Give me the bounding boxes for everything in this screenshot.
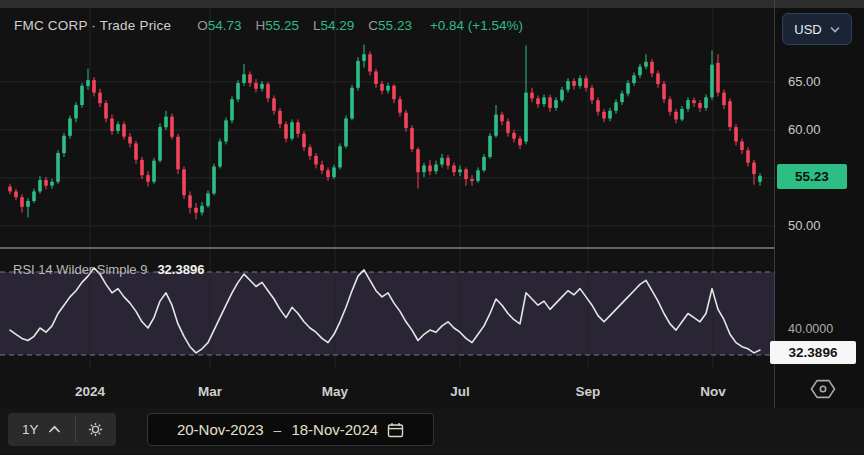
currency-value: USD: [794, 22, 821, 37]
time-tick-label: May: [322, 384, 349, 399]
start-date: 20-Nov-2023: [177, 421, 264, 438]
currency-dropdown[interactable]: USD: [782, 13, 852, 45]
rsi-label: RSI 14 Wilder Simple 9 32.3896: [13, 262, 204, 277]
time-tick-label: Mar: [198, 384, 223, 399]
time-range-button[interactable]: 1Y: [8, 413, 75, 446]
time-tick-label: Sep: [576, 384, 601, 399]
chart-settings-button[interactable]: [76, 413, 116, 446]
last-price-badge: 55.23: [777, 164, 847, 189]
bottom-toolbar: 1Y 20-Nov-2023 – 18-Nov-2024: [0, 408, 864, 455]
price-tick-50: 50.00: [788, 218, 821, 233]
time-tick-label: 2024: [75, 384, 106, 399]
ohlc-close: C55.23: [368, 18, 418, 33]
rsi-tick-40: 40.0000: [788, 322, 833, 336]
range-group: 1Y: [8, 413, 116, 446]
time-range-label: 1Y: [22, 422, 39, 437]
rsi-study-name: RSI 14 Wilder Simple 9: [13, 262, 147, 277]
price-change: +0.84 (+1.54%): [430, 18, 523, 33]
rsi-value-badge: 32.3896: [770, 341, 856, 364]
price-tick-65: 65.00: [788, 74, 821, 89]
price-tick-60: 60.00: [788, 122, 821, 137]
calendar-icon: [387, 422, 404, 438]
rsi-current-value: 32.3896: [157, 262, 204, 277]
window-top-strip: [0, 0, 864, 8]
gear-icon: [87, 421, 104, 438]
ohlc-high: H55.25: [256, 18, 306, 33]
chevron-up-icon: [48, 425, 61, 434]
date-range-button[interactable]: 20-Nov-2023 – 18-Nov-2024: [147, 413, 434, 446]
end-date: 18-Nov-2024: [291, 421, 378, 438]
time-tick-label: Nov: [700, 384, 726, 399]
chevron-down-icon: [830, 26, 840, 33]
price-axis-column[interactable]: USD 65.00 60.00 55.23 50.00 40.0000 32.3…: [776, 0, 864, 455]
symbol-title: FMC CORP · Trade Price: [14, 18, 171, 33]
axis-settings-button[interactable]: [806, 374, 840, 404]
ohlc-open: O54.73: [197, 18, 247, 33]
time-tick-label: Jul: [450, 384, 470, 399]
chart-header: FMC CORP · Trade Price O54.73 H55.25 L54…: [14, 18, 523, 33]
ohlc-low: L54.29: [313, 18, 360, 33]
chart-canvas[interactable]: 2024MarMayJulSepNov: [0, 8, 775, 408]
date-range-separator: –: [273, 422, 283, 438]
hexagon-nut-icon: [810, 376, 836, 402]
rsi-band: [0, 272, 775, 355]
